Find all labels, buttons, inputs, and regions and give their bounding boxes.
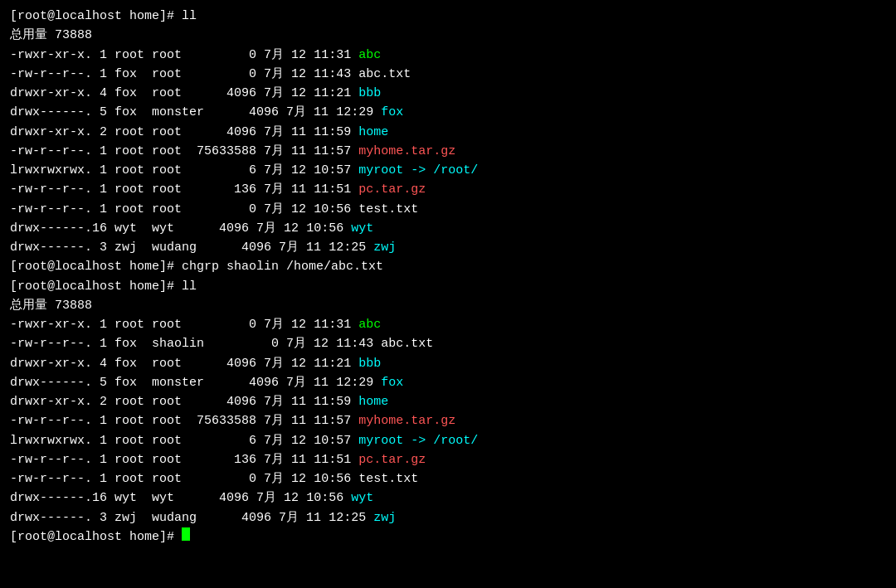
terminal: [root@localhost home]# ll 总用量 73888 -rwx…: [10, 7, 886, 547]
table-row: lrwxrwxrwx. 1 root root 6 7月 12 10:57 my…: [10, 431, 886, 450]
file-group: root: [144, 450, 182, 469]
file-name: myhome.tar.gz: [351, 411, 455, 430]
prompt-line-1: [root@localhost home]# ll: [10, 7, 886, 26]
file-day: 11: [299, 508, 321, 527]
prompt-1: [root@localhost home]# ll: [10, 7, 197, 26]
file-size: 4096: [182, 84, 256, 103]
table-row: -rw-r--r--. 1 fox root 0 7月 12 11:43 abc…: [10, 65, 886, 84]
file-group: root: [144, 200, 182, 219]
file-perms: drwx------.: [10, 219, 92, 238]
file-name: fox: [373, 373, 403, 392]
file-name: wyt: [343, 488, 373, 508]
file-user: fox: [107, 65, 137, 84]
file-size: 4096: [174, 488, 249, 508]
file-links: 1: [92, 450, 107, 469]
file-group: root: [144, 411, 182, 430]
table-row: -rw-r--r--. 1 root root 75633588 7月 11 1…: [10, 411, 886, 430]
file-name: myroot -> /root/: [351, 431, 478, 450]
final-prompt: [root@localhost home]#: [10, 527, 182, 547]
file-user: zwj: [107, 508, 137, 527]
prompt-2: [root@localhost home]# chgrp shaolin /ho…: [10, 257, 383, 276]
file-group: monster: [137, 373, 204, 392]
file-time: 11:57: [306, 411, 351, 430]
prompt-3: [root@localhost home]# ll: [10, 277, 197, 296]
file-day: 11: [299, 238, 321, 257]
file-day: 11: [306, 373, 329, 392]
file-user: root: [107, 411, 144, 430]
file-time: 12:25: [321, 508, 366, 527]
file-links: 1: [92, 411, 107, 430]
total-line-2: 总用量 73888: [10, 296, 886, 315]
file-name: abc: [351, 315, 381, 334]
file-time: 12:29: [329, 373, 373, 392]
file-size: 4096: [204, 103, 279, 122]
file-day: 12: [306, 334, 329, 353]
file-group: root: [144, 469, 182, 488]
file-time: 11:21: [306, 354, 351, 373]
file-month: 7月: [249, 488, 276, 508]
file-links: 2: [92, 392, 107, 411]
file-month: 7月: [279, 373, 306, 392]
file-name: home: [351, 392, 388, 411]
file-user: root: [107, 161, 144, 180]
table-row: drwx------. 5 fox monster 4096 7月 11 12:…: [10, 373, 886, 392]
file-time: 11:59: [306, 123, 351, 142]
cursor: [182, 527, 190, 541]
file-user: root: [107, 46, 144, 65]
file-user: fox: [107, 84, 137, 103]
table-row: drwx------.16 wyt wyt 4096 7月 12 10:56 w…: [10, 488, 886, 508]
file-user: root: [107, 200, 144, 219]
file-perms: drwx------.: [10, 238, 92, 257]
file-perms: -rw-r--r--.: [10, 180, 92, 199]
file-size: 4096: [174, 219, 249, 238]
file-month: 7月: [256, 161, 284, 180]
file-day: 12: [284, 469, 306, 488]
file-month: 7月: [256, 46, 284, 65]
table-row: lrwxrwxrwx. 1 root root 6 7月 12 10:57 my…: [10, 161, 886, 180]
file-time: 11:51: [306, 450, 351, 469]
file-size: 75633588: [182, 142, 256, 161]
file-user: wyt: [107, 219, 137, 238]
file-time: 10:56: [299, 488, 343, 508]
file-day: 12: [276, 488, 299, 508]
file-group: root: [144, 431, 182, 450]
file-name: zwj: [366, 238, 396, 257]
file-perms: drwx------.: [10, 488, 92, 508]
file-user: fox: [107, 354, 137, 373]
file-group: root: [137, 354, 182, 373]
file-month: 7月: [256, 431, 284, 450]
file-group: wudang: [137, 238, 197, 257]
file-month: 7月: [256, 84, 284, 103]
file-day: 12: [284, 431, 306, 450]
file-month: 7月: [256, 65, 284, 84]
file-group: root: [144, 315, 182, 334]
file-links: 1: [92, 142, 107, 161]
file-time: 11:21: [306, 84, 351, 103]
file-group: root: [137, 84, 182, 103]
file-time: 11:31: [306, 315, 351, 334]
file-time: 10:57: [306, 161, 351, 180]
file-size: 75633588: [182, 411, 256, 430]
file-time: 11:43: [329, 334, 373, 353]
file-links: 16: [92, 488, 107, 508]
file-month: 7月: [279, 334, 306, 353]
file-name: bbb: [351, 84, 381, 103]
file-name: home: [351, 123, 388, 142]
file-name: myhome.tar.gz: [351, 142, 455, 161]
file-month: 7月: [256, 142, 284, 161]
file-time: 11:51: [306, 180, 351, 199]
table-row: -rw-r--r--. 1 root root 75633588 7月 11 1…: [10, 142, 886, 161]
file-name: pc.tar.gz: [351, 180, 426, 199]
final-prompt-line: [root@localhost home]#: [10, 527, 886, 547]
file-name: abc: [351, 46, 381, 65]
file-group: shaolin: [137, 334, 204, 353]
file-month: 7月: [249, 219, 276, 238]
file-user: fox: [107, 334, 137, 353]
total-2: 总用量 73888: [10, 296, 92, 315]
file-group: root: [144, 180, 182, 199]
prompt-line-2: [root@localhost home]# chgrp shaolin /ho…: [10, 257, 886, 276]
file-perms: -rw-r--r--.: [10, 469, 92, 488]
file-perms: drwxr-xr-x.: [10, 354, 92, 373]
file-perms: drwx------.: [10, 373, 92, 392]
listing-2: -rwxr-xr-x. 1 root root 0 7月 12 11:31 ab…: [10, 315, 886, 527]
